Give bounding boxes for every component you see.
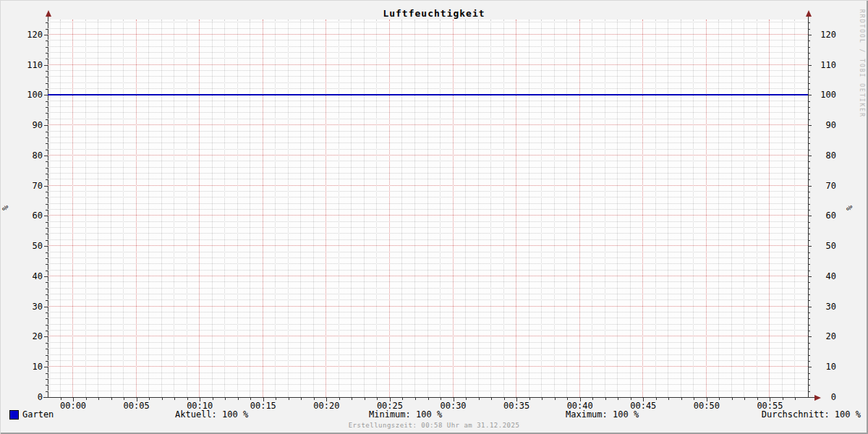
- x-axis-tick-label: 00:35: [495, 401, 538, 411]
- minor-gridline-h: [48, 258, 808, 258]
- y-axis-unit-left: %: [1, 205, 10, 210]
- y-minor-tick-left: [46, 264, 48, 265]
- minor-gridline-v: [212, 20, 213, 397]
- x-minor-tick: [668, 398, 669, 400]
- minor-gridline-v: [794, 20, 795, 397]
- major-gridline-h: [48, 185, 808, 186]
- x-minor-tick: [681, 398, 682, 400]
- minor-gridline-v: [617, 20, 618, 397]
- minor-gridline-h: [48, 227, 808, 228]
- x-axis-tick-label: 00:10: [178, 401, 221, 411]
- y-minor-tick-left: [46, 204, 48, 205]
- major-gridline-h: [48, 64, 808, 65]
- minor-gridline-v: [111, 20, 111, 397]
- minor-gridline-v: [313, 20, 314, 397]
- y-minor-tick-right: [808, 71, 810, 72]
- y-axis-unit-right: %: [845, 205, 854, 210]
- major-gridline-v: [769, 20, 770, 397]
- y-axis-tick-label-left: 110: [0, 60, 43, 71]
- y-minor-tick-right: [808, 59, 810, 59]
- y-axis-tick-label-right: 30: [812, 302, 836, 312]
- y-minor-tick-left: [46, 271, 48, 271]
- x-minor-tick: [98, 398, 99, 400]
- minor-gridline-v: [529, 20, 529, 397]
- x-axis-tick-label: 00:20: [305, 401, 348, 411]
- y-minor-tick-left: [46, 132, 48, 132]
- minor-gridline-h: [48, 197, 808, 197]
- minor-gridline-h: [48, 373, 808, 373]
- x-axis: [43, 397, 814, 398]
- x-minor-tick: [555, 398, 556, 400]
- major-gridline-v: [453, 20, 454, 397]
- major-gridline-h: [48, 155, 808, 156]
- major-gridline-v: [72, 20, 73, 397]
- y-major-tick-left: [44, 35, 48, 35]
- y-axis-arrow-left: [46, 10, 51, 17]
- x-minor-tick: [491, 398, 492, 400]
- y-minor-tick-right: [808, 325, 810, 326]
- y-minor-tick-left: [46, 252, 48, 253]
- major-gridline-h: [48, 215, 808, 216]
- minor-gridline-v: [744, 20, 744, 397]
- x-axis-tick-label: 00:30: [432, 401, 475, 411]
- y-axis-tick-label-right: 10: [812, 362, 836, 373]
- minor-gridline-h: [48, 149, 808, 150]
- y-axis-tick-label-left: 30: [0, 302, 43, 312]
- y-minor-tick-left: [46, 325, 48, 326]
- x-minor-tick: [732, 398, 733, 400]
- y-minor-tick-left: [46, 282, 48, 283]
- minor-gridline-v: [161, 20, 162, 397]
- y-minor-tick-left: [46, 29, 48, 30]
- y-minor-tick-right: [808, 289, 810, 289]
- x-axis-tick-label: 00:15: [242, 401, 285, 411]
- minor-gridline-v: [782, 20, 783, 397]
- y-minor-tick-right: [808, 132, 810, 132]
- y-minor-tick-right: [808, 53, 810, 54]
- x-minor-tick: [567, 398, 568, 400]
- y-minor-tick-left: [46, 174, 48, 174]
- y-minor-tick-left: [46, 161, 48, 162]
- x-minor-tick: [542, 398, 542, 400]
- minor-gridline-v: [288, 20, 289, 397]
- y-minor-tick-right: [808, 379, 810, 380]
- y-minor-tick-left: [46, 300, 48, 301]
- y-axis-tick-label-right: 20: [812, 331, 836, 342]
- y-axis-tick-label-left: 0: [0, 392, 43, 403]
- x-minor-tick: [187, 398, 188, 400]
- x-minor-tick: [124, 398, 124, 400]
- x-minor-tick: [441, 398, 441, 400]
- minor-gridline-v: [427, 20, 428, 397]
- y-minor-tick-left: [46, 379, 48, 380]
- major-gridline-v: [326, 20, 326, 397]
- x-minor-tick: [592, 398, 593, 400]
- y-minor-tick-right: [808, 119, 810, 120]
- y-minor-tick-right: [808, 252, 810, 253]
- y-axis-tick-label-right: 0: [812, 392, 836, 403]
- major-gridline-h: [48, 306, 808, 307]
- minor-gridline-h: [48, 173, 808, 174]
- y-minor-tick-left: [46, 41, 48, 41]
- y-minor-tick-right: [808, 204, 810, 205]
- x-minor-tick: [86, 398, 87, 400]
- minor-gridline-v: [187, 20, 187, 397]
- minor-gridline-h: [48, 28, 808, 29]
- y-minor-tick-left: [46, 179, 48, 180]
- y-minor-tick-left: [46, 234, 48, 234]
- minor-gridline-v: [174, 20, 174, 397]
- y-minor-tick-left: [46, 150, 48, 150]
- y-axis-tick-label-right: 100: [812, 90, 836, 101]
- y-minor-tick-left: [46, 318, 48, 319]
- x-axis-tick-label: 00:25: [368, 401, 412, 411]
- y-major-tick-left: [44, 367, 48, 367]
- y-axis-tick-label-right: 80: [812, 150, 836, 161]
- minor-gridline-h: [48, 209, 808, 210]
- minor-gridline-v: [440, 20, 441, 397]
- x-minor-tick: [618, 398, 618, 400]
- y-minor-tick-left: [46, 289, 48, 289]
- x-minor-tick: [352, 398, 352, 400]
- y-axis-tick-label-left: 40: [0, 271, 43, 282]
- y-minor-tick-right: [808, 282, 810, 283]
- y-major-tick-left: [44, 307, 48, 307]
- y-minor-tick-left: [46, 113, 48, 114]
- legend-stat-maximum: Maximum: 100 %: [566, 409, 639, 420]
